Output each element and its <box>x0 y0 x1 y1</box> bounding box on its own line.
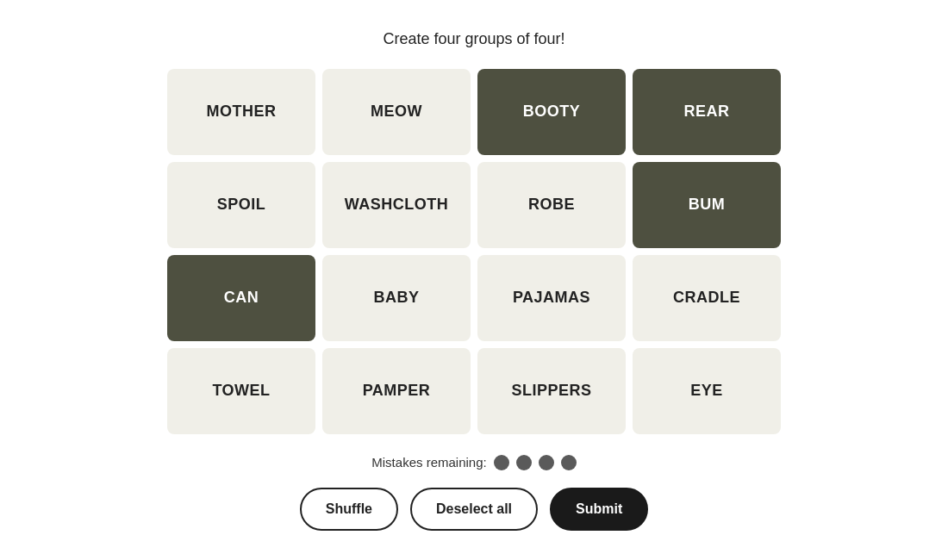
mistake-dot-2 <box>516 455 532 470</box>
tile-can[interactable]: CAN <box>167 255 315 341</box>
tile-robe[interactable]: ROBE <box>477 162 626 248</box>
tile-towel[interactable]: TOWEL <box>167 348 315 434</box>
mistakes-row: Mistakes remaining: <box>371 455 576 470</box>
tile-eye[interactable]: EYE <box>633 348 781 434</box>
deselect-all-button[interactable]: Deselect all <box>410 488 538 531</box>
action-buttons: Shuffle Deselect all Submit <box>300 488 649 531</box>
tile-cradle[interactable]: CRADLE <box>633 255 781 341</box>
mistake-dot-4 <box>561 455 577 470</box>
mistake-dot-1 <box>494 455 509 470</box>
tile-rear[interactable]: REAR <box>633 69 781 155</box>
page-subtitle: Create four groups of four! <box>383 30 564 48</box>
tile-booty[interactable]: BOOTY <box>477 69 626 155</box>
tile-meow[interactable]: MEOW <box>322 69 471 155</box>
tile-bum[interactable]: BUM <box>633 162 781 248</box>
submit-button[interactable]: Submit <box>550 488 648 531</box>
mistakes-label: Mistakes remaining: <box>371 455 486 470</box>
tile-washcloth[interactable]: WASHCLOTH <box>322 162 471 248</box>
tile-baby[interactable]: BABY <box>322 255 471 341</box>
shuffle-button[interactable]: Shuffle <box>300 488 398 531</box>
tile-pamper[interactable]: PAMPER <box>322 348 471 434</box>
tile-slippers[interactable]: SLIPPERS <box>477 348 626 434</box>
tile-mother[interactable]: MOTHER <box>167 69 315 155</box>
mistake-dot-3 <box>539 455 554 470</box>
mistakes-dots <box>494 455 577 470</box>
word-grid: MOTHERMEOWBOOTYREARSPOILWASHCLOTHROBEBUM… <box>167 69 781 434</box>
tile-pajamas[interactable]: PAJAMAS <box>477 255 626 341</box>
tile-spoil[interactable]: SPOIL <box>167 162 315 248</box>
